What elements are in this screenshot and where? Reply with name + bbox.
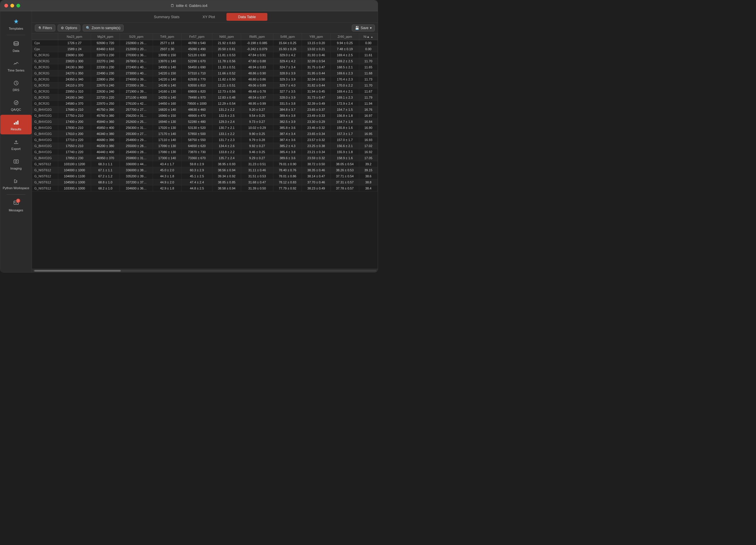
table-row: G_NIST612103300 ± 100068.2 ± 1.0334600 ±… (32, 185, 378, 191)
filter-icon: ⚗ (38, 26, 41, 30)
cell-mg24: 46680 ± 390 (91, 137, 120, 143)
sidebar-item-imaging[interactable]: Imaging (0, 154, 32, 173)
sidebar-item-time-series[interactable]: Time Series (0, 56, 32, 76)
cell-na23: 17610 ± 200 (58, 131, 91, 137)
cell-si29: 255000 ± 28… (120, 143, 153, 149)
horizontal-scrollbar[interactable] (32, 269, 378, 272)
cell-si29: 273000 ± 40… (120, 70, 153, 76)
cell-ni60: 133.1 ± 2.2 (212, 131, 241, 137)
cell-ni60: 134.4 ± 2.6 (212, 143, 241, 149)
cell-ni60: 21.92 ± 0.63 (212, 40, 241, 46)
tab-summary-stats[interactable]: Summary Stats (142, 13, 191, 21)
cell-zr90: 155.9 ± 1.8 (330, 149, 359, 155)
cell-si29: 272400 ± 40… (120, 64, 153, 70)
cell-y89: 38.14 ± 0.47 (302, 173, 330, 179)
sidebar-item-messages[interactable]: 2 Messages (0, 196, 32, 215)
title-icon: 🗒 (171, 3, 174, 8)
cell-sample: G_BHVO2G (32, 137, 58, 143)
sidebar-export-label: Export (12, 147, 21, 150)
cell-zr90: 157.3 ± 1.7 (330, 131, 359, 137)
tab-xy-plot[interactable]: XY Plot (191, 13, 226, 21)
cell-si29: 232800 ± 26… (120, 40, 153, 46)
maximize-button[interactable] (16, 4, 20, 7)
col-header-sample[interactable] (32, 33, 58, 40)
col-header-sr88[interactable]: Sr88_ppm (273, 33, 302, 40)
svg-rect-7 (14, 160, 18, 163)
cell-fe57: 69800 ± 820 (182, 88, 212, 95)
cell-ni60: 12.83 ± 0.48 (212, 95, 241, 101)
imaging-icon (12, 157, 20, 165)
cell-ti49: 44.9 ± 2.0 (153, 179, 181, 185)
sidebar-item-templates[interactable]: Templates (0, 14, 32, 34)
cell-na23: 24350 ± 340 (58, 76, 91, 82)
cell-y89: 31.95 ± 0.44 (302, 70, 330, 76)
cell-rb85: 31.23 ± 0.51 (241, 161, 273, 167)
cell-sample: G_BCR2G (32, 76, 58, 82)
cell-rb85: 31.11 ± 0.46 (241, 167, 273, 173)
drs-icon (12, 79, 20, 87)
sidebar-item-results[interactable]: Results (0, 115, 32, 134)
cell-si29: 254000 ± 28… (120, 149, 153, 155)
cell-sample: G_BCR2G (32, 58, 58, 64)
tab-data-table[interactable]: Data Table (226, 13, 267, 21)
col-header-zr90[interactable]: Zr90_ppm (330, 33, 359, 40)
col-header-mg24[interactable]: Mg24_ppm (91, 33, 120, 40)
save-button[interactable]: 💾 Save ▾ (352, 24, 375, 31)
col-header-rb85[interactable]: Rb85_ppm (241, 33, 273, 40)
col-header-si29[interactable]: Si29_ppm (120, 33, 153, 40)
cell-zr90: 154.7 ± 1.8 (330, 119, 359, 125)
cell-ti49: 45.0 ± 2.0 (153, 167, 181, 173)
table-row: G_BHVO2G17710 ± 22046680 ± 390254800 ± 2… (32, 137, 378, 143)
cell-ni_cont: 39.2 (359, 161, 377, 167)
sidebar-item-export[interactable]: Export (0, 134, 32, 154)
cell-ti49: 14220 ± 150 (153, 70, 181, 76)
sidebar-item-python-workspace[interactable]: Python Workspace (0, 173, 32, 193)
cell-sample: G_BHVO2G (32, 143, 58, 149)
title-text: iolite 4: Gabbro.io4 (176, 3, 207, 8)
cell-na23: 24110 ± 370 (58, 82, 91, 88)
table-row: G_BCR2G24130 ± 36022330 ± 230272400 ± 40… (32, 64, 378, 70)
cell-na23: 17740 ± 220 (58, 149, 91, 155)
cell-zr90: 170.0 ± 2.2 (330, 82, 359, 88)
scrollbar-thumb[interactable] (34, 270, 121, 271)
zoom-button[interactable]: 🔍 Zoom to sample(s) (83, 24, 124, 31)
cell-fe57: 47.4 ± 2.4 (182, 179, 212, 185)
svg-point-3 (14, 101, 18, 105)
col-header-fe57[interactable]: Fe57_ppm (182, 33, 212, 40)
cell-sr88: 389.6 ± 3.6 (273, 155, 302, 161)
sidebar: Templates Data (0, 11, 32, 272)
cell-rb85: 9.20 ± 0.27 (241, 107, 273, 113)
col-header-ni_cont[interactable]: Ni▲ ▲ (359, 33, 377, 40)
filters-button[interactable]: ⚗ Filters (35, 24, 55, 31)
cell-si29: 271900 ± 39… (120, 88, 153, 95)
cell-ni60: 11.33 ± 0.51 (212, 64, 241, 70)
data-table: Na23_ppmMg24_ppmSi29_ppmTi49_ppmFe57_ppm… (32, 33, 378, 191)
col-header-na23[interactable]: Na23_ppm (58, 33, 91, 40)
cell-sr88: 78.01 ± 0.86 (273, 173, 302, 179)
main-layout: Templates Data (0, 11, 378, 272)
cell-zr90: 169.4 ± 2.5 (330, 52, 359, 58)
cell-y89: 31.73 ± 0.47 (302, 95, 330, 101)
col-header-ni60[interactable]: Ni60_ppm (212, 33, 241, 40)
cell-ni_cont: 11.68 (359, 70, 377, 76)
data-table-container[interactable]: Na23_ppmMg24_ppmSi29_ppmTi49_ppmFe57_ppm… (32, 33, 378, 269)
col-header-y89[interactable]: Y89_ppm (302, 33, 330, 40)
sidebar-item-drs[interactable]: DRS (0, 76, 32, 95)
cell-na23: 1589 ± 24 (58, 46, 91, 52)
cell-ni_cont: 0.00 (359, 40, 377, 46)
table-row: G_BCR2G24580 ± 37022970 ± 250276100 ± 42… (32, 101, 378, 107)
cell-na23: 24100 ± 340 (58, 95, 91, 101)
close-button[interactable] (4, 4, 8, 7)
sidebar-item-data[interactable]: Data (0, 36, 32, 56)
cell-mg24: 46440 ± 400 (91, 149, 120, 155)
save-dropdown-icon: ▾ (370, 26, 372, 30)
cell-si29: 257700 ± 27… (120, 107, 153, 113)
cell-zr90: 9.94 ± 0.25 (330, 40, 359, 46)
sidebar-item-qa-qc[interactable]: QA/QC (0, 95, 32, 115)
cell-ni60: 38.58 ± 0.94 (212, 185, 241, 191)
cell-si29: 337200 ± 37… (120, 179, 153, 185)
minimize-button[interactable] (10, 4, 14, 7)
data-icon (12, 40, 20, 48)
col-header-ti49[interactable]: Ti49_ppm (153, 33, 181, 40)
options-button[interactable]: ⚙ Options (58, 24, 80, 31)
